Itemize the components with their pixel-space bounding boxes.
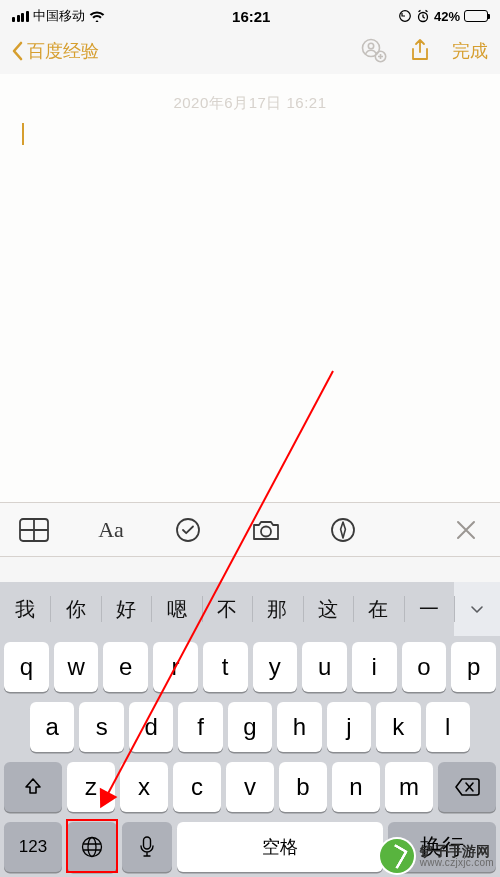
markup-icon[interactable] — [327, 514, 358, 546]
key-o[interactable]: o — [402, 642, 447, 692]
mic-key[interactable] — [122, 822, 172, 872]
candidate[interactable]: 嗯 — [151, 582, 201, 636]
back-button[interactable]: 百度经验 — [12, 39, 99, 63]
carrier-label: 中国移动 — [33, 7, 85, 25]
text-format-button[interactable]: Aa — [95, 514, 126, 546]
collaborate-icon[interactable] — [360, 37, 388, 65]
space-key[interactable]: 空格 — [177, 822, 383, 872]
key-m[interactable]: m — [385, 762, 433, 812]
candidate[interactable]: 你 — [50, 582, 100, 636]
key-a[interactable]: a — [30, 702, 74, 752]
note-toolbar: Aa — [0, 502, 500, 557]
note-editor[interactable]: 2020年6月17日 16:21 — [0, 74, 500, 502]
key-k[interactable]: k — [376, 702, 420, 752]
delete-icon — [454, 777, 480, 797]
svg-point-3 — [368, 43, 373, 48]
key-s[interactable]: s — [79, 702, 123, 752]
svg-point-6 — [177, 519, 199, 541]
svg-point-10 — [88, 838, 96, 857]
key-z[interactable]: z — [67, 762, 115, 812]
globe-key[interactable] — [67, 822, 117, 872]
battery-percent: 42% — [434, 9, 460, 24]
key-x[interactable]: x — [120, 762, 168, 812]
key-b[interactable]: b — [279, 762, 327, 812]
key-u[interactable]: u — [302, 642, 347, 692]
chevron-down-icon — [469, 601, 485, 617]
key-row-bot: z x c v b n m — [4, 762, 496, 812]
watermark-url: www.czjxjc.com — [420, 858, 494, 868]
key-w[interactable]: w — [54, 642, 99, 692]
chevron-left-icon — [12, 41, 24, 61]
table-icon[interactable] — [18, 514, 49, 546]
battery-icon — [464, 10, 488, 22]
key-row-mid: a s d f g h j k l — [4, 702, 496, 752]
key-n[interactable]: n — [332, 762, 380, 812]
watermark: 铲子手游网 www.czjxjc.com — [380, 839, 494, 873]
done-button[interactable]: 完成 — [452, 39, 488, 63]
key-h[interactable]: h — [277, 702, 321, 752]
shift-key[interactable] — [4, 762, 62, 812]
candidate-row: 我 你 好 嗯 不 那 这 在 一 — [0, 582, 500, 636]
wifi-icon — [89, 10, 105, 22]
candidate[interactable]: 这 — [303, 582, 353, 636]
expand-candidates-button[interactable] — [454, 582, 500, 636]
candidate[interactable]: 在 — [353, 582, 403, 636]
alarm-icon — [416, 9, 430, 23]
watermark-logo-icon — [380, 839, 414, 873]
svg-rect-11 — [144, 837, 151, 849]
rotation-lock-icon — [398, 9, 412, 23]
nav-bar: 百度经验 完成 — [0, 28, 500, 74]
signal-icon — [12, 11, 29, 22]
key-t[interactable]: t — [203, 642, 248, 692]
numbers-key[interactable]: 123 — [4, 822, 62, 872]
share-icon[interactable] — [406, 37, 434, 65]
text-cursor — [22, 123, 24, 145]
svg-point-9 — [83, 838, 102, 857]
note-date: 2020年6月17日 16:21 — [22, 94, 478, 113]
shift-icon — [22, 776, 44, 798]
keyboard: 我 你 好 嗯 不 那 这 在 一 q w e r t y u i o — [0, 582, 500, 877]
candidate[interactable]: 我 — [0, 582, 50, 636]
status-time: 16:21 — [232, 8, 270, 25]
key-g[interactable]: g — [228, 702, 272, 752]
mic-icon — [138, 835, 156, 859]
key-d[interactable]: d — [129, 702, 173, 752]
key-f[interactable]: f — [178, 702, 222, 752]
candidate[interactable]: 好 — [101, 582, 151, 636]
close-keyboard-button[interactable] — [451, 514, 482, 546]
key-i[interactable]: i — [352, 642, 397, 692]
key-q[interactable]: q — [4, 642, 49, 692]
svg-point-7 — [261, 526, 271, 536]
checklist-icon[interactable] — [173, 514, 204, 546]
key-c[interactable]: c — [173, 762, 221, 812]
delete-key[interactable] — [438, 762, 496, 812]
back-label: 百度经验 — [27, 39, 99, 63]
camera-icon[interactable] — [250, 514, 281, 546]
key-j[interactable]: j — [327, 702, 371, 752]
candidate[interactable]: 那 — [252, 582, 302, 636]
key-v[interactable]: v — [226, 762, 274, 812]
candidate[interactable]: 不 — [202, 582, 252, 636]
globe-icon — [80, 835, 104, 859]
key-e[interactable]: e — [103, 642, 148, 692]
key-p[interactable]: p — [451, 642, 496, 692]
status-bar: 中国移动 16:21 42% — [0, 0, 500, 28]
key-row-top: q w e r t y u i o p — [4, 642, 496, 692]
key-y[interactable]: y — [253, 642, 298, 692]
key-l[interactable]: l — [426, 702, 470, 752]
candidate[interactable]: 一 — [404, 582, 454, 636]
key-r[interactable]: r — [153, 642, 198, 692]
watermark-name: 铲子手游网 — [420, 844, 494, 858]
